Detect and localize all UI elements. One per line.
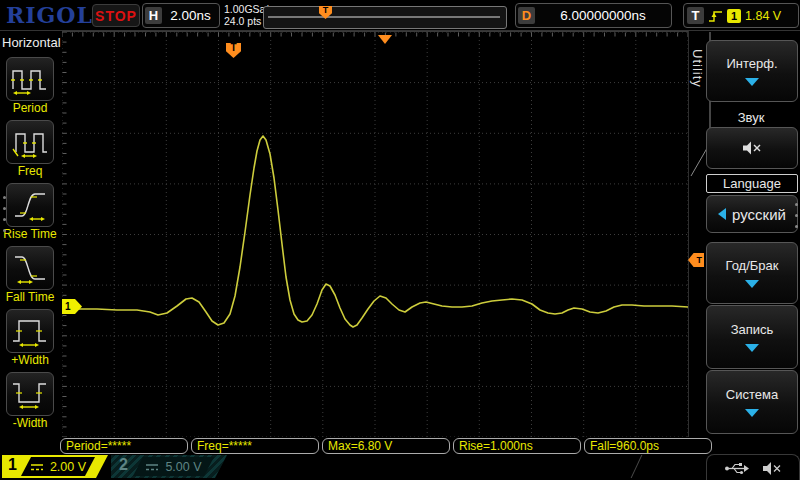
delay-d-badge: D bbox=[518, 7, 535, 24]
channel-2-badge[interactable]: 2 5.00 V bbox=[111, 455, 227, 478]
menu-item-plus-width[interactable]: +Width bbox=[0, 309, 60, 367]
menu-item-fall-time[interactable]: Fall Time bbox=[0, 246, 60, 304]
trigger-t-badge: T bbox=[687, 7, 704, 24]
sidebar-title: Horizontal bbox=[2, 35, 60, 50]
freq-icon bbox=[6, 120, 54, 164]
menu-button-system[interactable]: Система bbox=[706, 370, 798, 434]
plot-area: T T 1 bbox=[62, 31, 688, 438]
usb-icon bbox=[724, 461, 750, 476]
menu-scroll-dots bbox=[795, 203, 798, 228]
minus-width-icon bbox=[6, 372, 54, 416]
menu-item-rise-time[interactable]: Rise Time bbox=[0, 183, 60, 241]
menu-button-label: Год/Брак bbox=[726, 258, 779, 273]
chevron-down-icon bbox=[745, 78, 759, 86]
menu-button-interface[interactable]: Интерф. bbox=[706, 40, 798, 102]
menu-item-label: -Width bbox=[13, 417, 48, 430]
menu-item-label: Rise Time bbox=[3, 228, 56, 241]
measurement-max: Max=6.80 V bbox=[322, 438, 450, 454]
chevron-down-icon bbox=[745, 344, 759, 352]
waveform-preview: T bbox=[263, 6, 507, 29]
dc-coupling-icon bbox=[30, 462, 44, 472]
chevron-down-icon bbox=[745, 409, 759, 417]
graticule bbox=[62, 32, 688, 437]
rigol-logo: RIGOL bbox=[6, 2, 93, 28]
trigger-source-badge: 1 bbox=[727, 9, 741, 23]
oscilloscope-screen: RIGOL STOP H 2.00ns 1.00GSa/s 24.0 pts T… bbox=[0, 0, 800, 480]
delay-value: 6.00000000ns bbox=[535, 8, 671, 23]
language-label: Language bbox=[706, 174, 798, 193]
menu-item-label: Freq bbox=[18, 165, 43, 178]
rising-edge-icon bbox=[708, 8, 723, 24]
channel-number: 2 bbox=[119, 456, 128, 474]
measurement-rise: Rise=1.000ns bbox=[453, 438, 581, 454]
horizontal-h-badge: H bbox=[145, 7, 162, 24]
channel-scale: 5.00 V bbox=[165, 460, 201, 474]
menu-item-label: Fall Time bbox=[6, 291, 55, 304]
language-value: русский bbox=[732, 206, 786, 223]
bottom-bar-divider bbox=[631, 455, 643, 478]
status-icons bbox=[706, 454, 800, 480]
channel-scale: 2.00 V bbox=[50, 460, 86, 474]
measurement-bar: Period=***** Freq=***** Max=6.80 V Rise=… bbox=[60, 438, 712, 454]
chevron-down-icon bbox=[745, 280, 759, 288]
delay-position-marker[interactable] bbox=[378, 35, 392, 44]
left-sidebar: Horizontal Period bbox=[0, 31, 60, 451]
menu-item-minus-width[interactable]: -Width bbox=[0, 372, 60, 430]
menu-button-label: Интерф. bbox=[726, 56, 777, 71]
measurement-period: Period=***** bbox=[60, 438, 188, 454]
channel-number: 1 bbox=[8, 456, 17, 474]
menu-button-god-brak[interactable]: Год/Брак bbox=[706, 242, 798, 304]
rise-time-icon bbox=[6, 183, 54, 227]
trigger-readout: T 1 1.84 V bbox=[683, 3, 799, 28]
plus-width-icon bbox=[6, 309, 54, 353]
menu-button-language[interactable]: русский bbox=[706, 195, 798, 233]
utility-tab: Utility bbox=[690, 49, 705, 159]
fall-time-icon bbox=[6, 246, 54, 290]
timebase-value: 2.00ns bbox=[162, 8, 219, 23]
delay-readout: D 6.00000000ns bbox=[515, 3, 672, 28]
bottom-bar: 1 2.00 V 2 5.00 V bbox=[0, 454, 800, 480]
preview-wave-icon bbox=[266, 14, 502, 26]
top-bar: RIGOL STOP H 2.00ns 1.00GSa/s 24.0 pts T… bbox=[0, 0, 800, 31]
menu-button-label: Система bbox=[726, 387, 778, 402]
sidebar-scroll-dots bbox=[3, 196, 6, 232]
run-state-badge: STOP bbox=[92, 4, 140, 27]
speaker-muted-icon bbox=[741, 140, 763, 156]
menu-item-label: Period bbox=[13, 102, 48, 115]
channel-1-badge[interactable]: 1 2.00 V bbox=[2, 455, 108, 478]
menu-button-label: Запись bbox=[731, 322, 774, 337]
measurement-fall: Fall=960.0ps bbox=[584, 438, 712, 454]
menu-button-record[interactable]: Запись bbox=[706, 305, 798, 369]
period-icon bbox=[6, 57, 54, 101]
memory-depth: 24.0 pts bbox=[224, 15, 261, 27]
speaker-muted-icon bbox=[762, 461, 782, 476]
dc-coupling-icon bbox=[145, 462, 159, 472]
right-panel: Utility Интерф. Звук Language русский Го… bbox=[688, 31, 800, 437]
trigger-level-value: 1.84 V bbox=[745, 9, 781, 23]
menu-item-freq[interactable]: Freq bbox=[0, 120, 60, 178]
menu-item-label: +Width bbox=[11, 354, 49, 367]
chevron-left-icon bbox=[718, 208, 726, 220]
menu-button-sound[interactable] bbox=[706, 127, 798, 169]
sound-label: Звук bbox=[706, 110, 796, 125]
measurement-freq: Freq=***** bbox=[191, 438, 319, 454]
horizontal-readout: H 2.00ns bbox=[142, 3, 220, 28]
menu-item-period[interactable]: Period bbox=[0, 57, 60, 115]
